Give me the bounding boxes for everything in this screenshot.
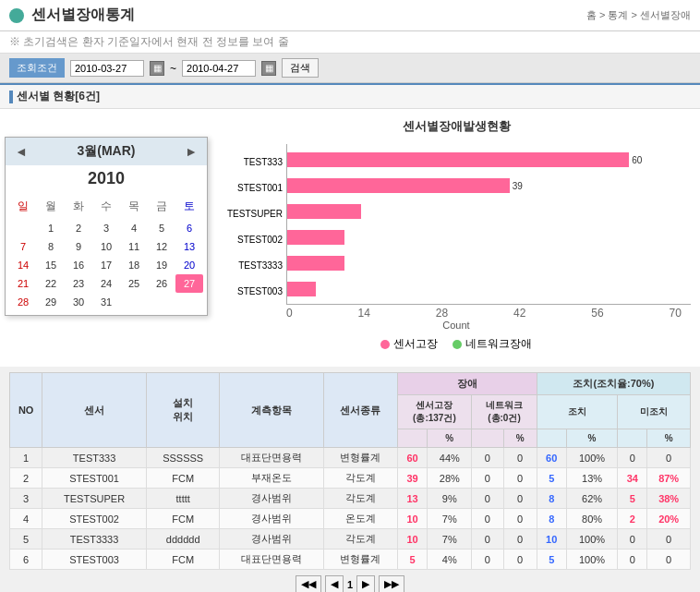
prev-page-button[interactable]: ◀ (325, 575, 344, 592)
next-page-button[interactable]: ▶ (356, 575, 375, 592)
calendar-day[interactable]: 17 (92, 256, 120, 274)
table-cell: 62% (566, 489, 618, 509)
first-page-button[interactable]: ◀◀ (296, 575, 321, 592)
table-cell: 60 (397, 448, 428, 468)
calendar-day[interactable]: 28 (9, 293, 37, 311)
calendar-day[interactable]: 4 (120, 219, 148, 237)
table-cell: 0 (503, 448, 537, 468)
y-label-5: TEST3333 (222, 256, 286, 276)
page-title: 센서별장애통계 (31, 6, 135, 25)
calendar-day[interactable]: 6 (175, 219, 203, 237)
calendar-prev-button[interactable]: ◄ (15, 144, 28, 159)
calendar-day[interactable]: 7 (9, 237, 37, 256)
calendar-day[interactable]: 16 (65, 256, 92, 274)
bar-pink (287, 178, 510, 193)
table-cell: 0 (618, 448, 647, 468)
date-to-input[interactable] (182, 60, 256, 77)
calendar-day[interactable]: 31 (92, 293, 120, 311)
calendar-day[interactable]: 30 (65, 293, 92, 311)
table-cell: 0 (472, 489, 503, 509)
calendar-day[interactable]: 14 (9, 256, 37, 274)
table-cell: 7% (428, 529, 472, 550)
table-cell: 7% (428, 509, 472, 529)
table-cell: 0 (472, 509, 503, 529)
calendar-day[interactable]: 18 (120, 256, 148, 274)
x-label-1: 14 (358, 307, 370, 320)
calendar-day[interactable]: 9 (65, 237, 92, 256)
table-cell: 0 (472, 550, 503, 570)
calendar-day[interactable]: 11 (120, 237, 148, 256)
bar-row (287, 200, 686, 223)
section-title-bar-accent (9, 91, 13, 103)
search-button[interactable]: 검색 (282, 58, 319, 78)
calendar-day[interactable]: 5 (148, 219, 175, 237)
table-cell: 13 (397, 489, 428, 509)
calendar-day[interactable]: 26 (148, 274, 175, 293)
x-label-4: 56 (591, 307, 603, 320)
th-network-fault: 네트워크(총:0건) (472, 395, 537, 429)
count-label: Count (222, 320, 691, 331)
th-nf-count (472, 429, 503, 448)
date-from-input[interactable] (70, 60, 144, 77)
data-table: NO 센서 설치위치 계측항목 센서종류 장애 조치(조치율:70%) 센서고장… (9, 372, 691, 570)
calendar-day[interactable]: 1 (37, 219, 65, 237)
table-cell: 4% (428, 550, 472, 570)
calendar-day[interactable]: 22 (37, 274, 65, 293)
bar-pink (287, 256, 344, 271)
header-icon (9, 8, 24, 23)
table-cell: STEST001 (42, 468, 147, 489)
table-cell: 5 (397, 550, 428, 570)
table-cell: FCM (146, 550, 220, 570)
x-axis-labels: 0 14 28 42 56 70 (222, 307, 691, 320)
th-fault: 장애 (397, 373, 537, 395)
bar-row: 60 (287, 149, 686, 171)
bar-pink (287, 230, 344, 245)
weekday-mon: 월 (37, 196, 65, 217)
table-cell: 0 (503, 468, 537, 489)
calendar-to-icon[interactable]: ▦ (261, 61, 276, 76)
table-cell: 0 (472, 468, 503, 489)
last-page-button[interactable]: ▶▶ (379, 575, 404, 592)
table-row: 4STEST002FCM경사범위온도계107%00880%220% (10, 509, 691, 529)
th-type: 센서종류 (324, 373, 398, 448)
x-label-5: 70 (670, 307, 682, 320)
bar-pink (287, 152, 629, 167)
calendar-day[interactable]: 24 (92, 274, 120, 293)
calendar-day[interactable]: 12 (148, 237, 175, 256)
calendar-day[interactable]: 25 (120, 274, 148, 293)
bar-row (287, 252, 686, 274)
calendar-next-button[interactable]: ► (185, 144, 198, 159)
bar-value: 60 (632, 155, 642, 165)
calendar-day[interactable]: 29 (37, 293, 65, 311)
calendar-from-icon[interactable]: ▦ (150, 61, 164, 76)
sub-header: ※ 초기검색은 환자 기준일자에서 현재 전 정보를 보여 줄 (0, 31, 700, 54)
calendar-day (9, 219, 37, 237)
main-content: ◄ 3월(MAR) ► 2010 일 월 화 수 목 금 토 123456789… (0, 109, 700, 367)
calendar-overlay: ◄ 3월(MAR) ► 2010 일 월 화 수 목 금 토 123456789… (5, 137, 208, 316)
calendar-day[interactable]: 13 (175, 237, 203, 256)
table-cell: 6 (10, 550, 42, 570)
th-ac-pct: % (566, 429, 618, 448)
bar-pink (287, 204, 361, 219)
calendar-day[interactable]: 15 (37, 256, 65, 274)
calendar-day[interactable]: 19 (148, 256, 175, 274)
search-label: 조회조건 (9, 58, 65, 78)
table-cell: 20% (647, 509, 691, 529)
table-cell: 5 (618, 489, 647, 509)
y-label-2: STEST001 (222, 177, 286, 198)
y-label-6: STEST003 (222, 282, 286, 302)
calendar-month: 3월(MAR) (78, 143, 136, 160)
calendar-day[interactable]: 23 (65, 274, 92, 293)
calendar-day[interactable]: 10 (92, 237, 120, 256)
table-cell: 8 (537, 489, 566, 509)
calendar-day[interactable]: 3 (92, 219, 120, 237)
calendar-day[interactable]: 20 (175, 256, 203, 274)
legend-green: 네트워크장애 (453, 336, 532, 352)
calendar-day[interactable]: 8 (37, 237, 65, 256)
table-row: 3TESTSUPERttttt경사범위각도계139%00862%538% (10, 489, 691, 509)
table-cell: ttttt (146, 489, 220, 509)
table-cell: 경사범위 (220, 509, 324, 529)
calendar-day[interactable]: 21 (9, 274, 37, 293)
calendar-day[interactable]: 27 (175, 274, 203, 293)
calendar-day[interactable]: 2 (65, 219, 92, 237)
